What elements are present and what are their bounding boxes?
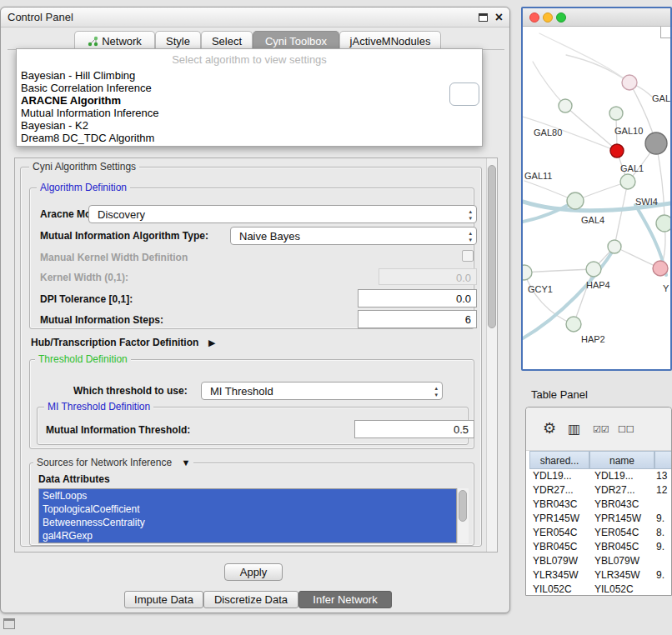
deselect-all-columns-icon[interactable]: ☐☐ [618,424,634,435]
algorithm-option-mutual-information[interactable]: Mutual Information Inference [21,107,158,119]
network-node-label: SWI4 [635,197,658,207]
kernel-width-label: Kernel Width (0,1): [40,272,128,283]
select-all-columns-icon[interactable]: ☑☑ [593,424,609,435]
tab-discretize-data[interactable]: Discretize Data [203,591,298,608]
network-edge[interactable] [539,33,629,82]
column-header-cutoff[interactable] [654,451,672,469]
network-edge[interactable] [656,143,664,223]
table-row[interactable]: YIL052C YIL052C [526,582,672,596]
tab-cyni-toolbox[interactable]: Cyni Toolbox [253,31,339,50]
network-edge[interactable] [533,62,565,106]
mi-threshold-group: MI Threshold Definition Mutual Informati… [37,407,469,445]
aracne-mode-select[interactable]: Discovery ▴▾ [88,205,477,223]
network-node[interactable] [567,192,584,209]
network-edge[interactable] [614,182,628,247]
settings-scrollbar[interactable] [486,158,497,552]
tab-network[interactable]: Network [74,31,155,50]
zoom-traffic-light-icon[interactable] [556,12,566,22]
network-node[interactable] [523,265,532,280]
column-header-shared-name[interactable]: shared... [529,451,589,469]
list-scrollbar[interactable] [457,488,469,543]
network-node[interactable] [622,75,637,90]
network-node[interactable] [653,261,668,276]
expand-down-icon: ▼ [181,458,190,468]
cell-name: YDR27... [594,484,635,496]
cell-shared-name: YER054C [533,527,577,538]
table-row[interactable]: YDL19... YDL19... 13 [526,469,672,483]
list-item[interactable]: gal4RGexp [39,529,456,542]
tab-discretize-data-label: Discretize Data [214,593,288,606]
network-node-label: GAL10 [614,126,643,136]
close-traffic-light-icon[interactable] [529,12,539,22]
cell-value: 13 [656,470,667,482]
network-node[interactable] [656,215,670,232]
list-scrollbar-thumb[interactable] [459,490,467,522]
mi-threshold-value: 0.5 [454,423,469,436]
dpi-tolerance-input[interactable]: 0.0 [358,289,477,308]
algorithm-option-aracne[interactable]: ARACNE Algorithm [21,94,121,107]
column-header-name[interactable]: name [589,451,654,469]
table-row[interactable]: YDR27... YDR27... 12 [526,483,672,498]
cell-value: 9. [656,541,664,552]
network-node[interactable] [609,107,623,120]
network-node[interactable] [559,99,572,112]
list-item[interactable]: TopologicalCoefficient [39,502,456,516]
algorithm-option-basic-correlation[interactable]: Basic Correlation Inference [21,82,152,94]
algorithm-placeholder: Select algorithm to view settings [17,53,482,66]
dpi-tolerance-value: 0.0 [456,292,471,305]
algorithm-option-bayesian-hill-climbing[interactable]: Bayesian - Hill Climbing [21,69,135,82]
cyni-algorithm-settings-group: Cyni Algorithm Settings Algorithm Defini… [20,167,482,547]
network-edge[interactable] [524,272,574,324]
list-item[interactable]: SelfLoops [39,489,456,502]
tab-infer-network[interactable]: Infer Network [298,591,392,608]
tab-jactivemnodules[interactable]: jActiveMNodules [339,31,441,50]
settings-scrollbar-thumb[interactable] [488,165,496,328]
mi-threshold-input[interactable]: 0.5 [354,420,474,438]
mi-threshold-label: Mutual Information Threshold: [46,424,190,436]
algorithm-option-dream8[interactable]: Dream8 DC_TDC Algorithm [21,132,154,144]
network-window-titlebar[interactable] [523,8,670,27]
close-icon[interactable]: × [495,12,503,22]
cell-shared-name: YPR145W [533,512,579,524]
network-graph[interactable]: GALGAL80GAL10GAL11GAL1SWI4GAL4GCY1HAP4YH… [523,27,670,369]
table-panel-window: ⚙ ▥ ☑☑ ☐☐ shared... name YDL19... YDL19.… [525,407,672,596]
network-node[interactable] [620,174,635,189]
cell-shared-name: YBL079W [533,555,578,567]
network-node[interactable] [645,132,667,154]
which-threshold-select[interactable]: MI Threshold ▴▾ [201,382,443,400]
apply-button[interactable]: Apply [224,563,283,581]
float-window-icon[interactable] [479,13,488,22]
tab-select[interactable]: Select [201,31,253,50]
table-row[interactable]: YBL079W YBL079W [526,554,672,568]
network-node[interactable] [608,240,621,253]
table-row[interactable]: YLR345W YLR345W 9. [526,568,672,582]
network-canvas[interactable]: GALGAL80GAL10GAL11GAL1SWI4GAL4GCY1HAP4YH… [523,27,670,369]
tab-impute-data[interactable]: Impute Data [124,591,203,608]
restore-panel-icon[interactable] [3,618,15,629]
tab-style[interactable]: Style [155,31,201,50]
show-columns-icon[interactable]: ▥ [568,421,580,437]
hub-definition-expander[interactable]: Hub/Transcription Factor Definition ▶ [31,336,215,348]
mi-steps-input[interactable]: 6 [358,310,477,328]
table-row[interactable]: YER054C YER054C 8. [526,526,672,540]
inline-editor-box [449,82,479,106]
network-node[interactable] [566,317,581,332]
network-edge[interactable] [566,55,629,82]
list-item[interactable]: BetweennessCentrality [39,516,456,529]
network-node[interactable] [610,144,624,158]
network-edge[interactable] [524,269,594,272]
table-row[interactable]: YBR045C YBR045C 9. [526,540,672,554]
sources-group: Sources for Network Inference ▼ Data Att… [29,462,474,546]
gear-icon[interactable]: ⚙ [543,419,556,438]
minimize-traffic-light-icon[interactable] [543,12,553,22]
algorithm-option-bayesian-k2[interactable]: Bayesian - K2 [21,119,88,132]
mi-threshold-group-title: MI Threshold Definition [44,401,153,412]
table-row[interactable]: YBR043C YBR043C [526,498,672,512]
network-node-label: GAL11 [524,171,552,181]
network-node[interactable] [586,262,601,277]
manual-kernel-checkbox[interactable] [462,250,474,262]
mi-type-select[interactable]: Naive Bayes ▴▾ [230,227,477,245]
sources-expander[interactable]: Sources for Network Inference ▼ [33,457,193,468]
cell-shared-name: YDR27... [533,484,574,496]
table-row[interactable]: YPR145W YPR145W 9. [526,512,672,526]
